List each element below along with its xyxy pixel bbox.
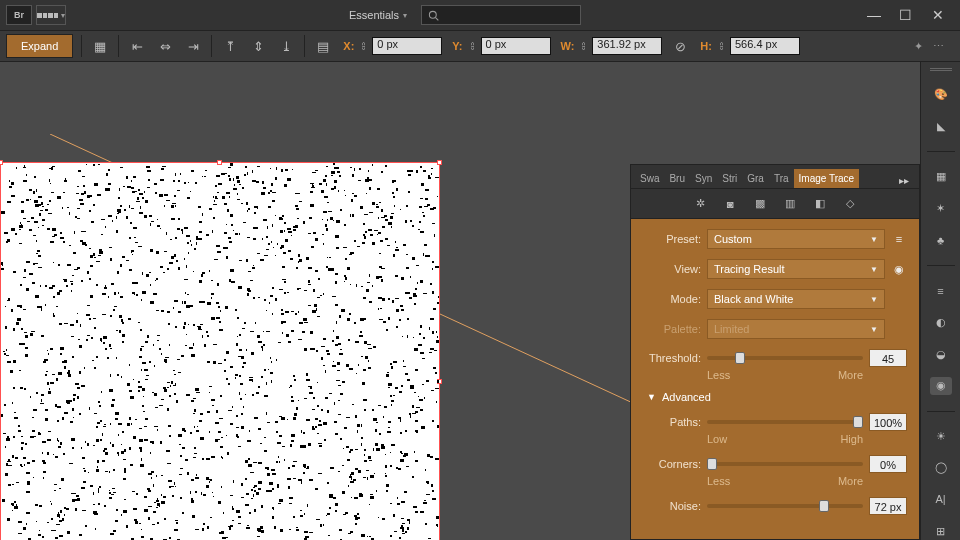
preset-menu-icon[interactable]: ≡ [891, 233, 907, 245]
preset-photo-icon[interactable]: ◙ [721, 195, 739, 213]
separator [211, 35, 212, 57]
mode-dropdown[interactable]: Black and White▼ [707, 289, 885, 309]
color-guide-icon[interactable]: ◣ [930, 118, 952, 136]
align-center-v-icon[interactable]: ⇕ [248, 36, 268, 56]
link-icon[interactable]: ⩉ [358, 39, 370, 53]
transform-panel-icon[interactable]: ⊞ [930, 522, 952, 540]
panel-tabstrip: Swa Bru Syn Stri Gra Tra Image Trace ▸▸ [631, 165, 919, 189]
align-panel-icon[interactable]: A| [930, 491, 952, 509]
appearance-panel-icon[interactable]: ☀ [930, 427, 952, 445]
transparency-panel-icon[interactable]: ◒ [930, 345, 952, 363]
chevron-down-icon: ▾ [403, 11, 407, 20]
tab-stroke[interactable]: Stri [717, 169, 742, 188]
artboard-selection[interactable] [0, 162, 440, 540]
preset-lowcolor-icon[interactable]: ▩ [751, 195, 769, 213]
workspace-switcher[interactable]: Essentials ▾ [343, 5, 413, 25]
chevron-down-icon: ▼ [870, 235, 878, 244]
paths-value[interactable]: 100% [869, 413, 907, 431]
slider-thumb[interactable] [735, 352, 745, 364]
separator [927, 265, 955, 266]
threshold-value[interactable]: 45 [869, 349, 907, 367]
separator [81, 35, 82, 57]
mode-label: Mode: [643, 293, 701, 305]
maximize-button[interactable]: ☐ [890, 4, 922, 26]
noise-label: Noise: [643, 500, 701, 512]
palette-dropdown: Limited▼ [707, 319, 885, 339]
low-label: Low [707, 433, 727, 445]
align-center-h-icon[interactable]: ⇔ [155, 36, 175, 56]
menu-icon[interactable]: ⋯ [933, 40, 944, 53]
less-label: Less [707, 475, 730, 487]
paths-label: Paths: [643, 416, 701, 428]
slider-thumb[interactable] [819, 500, 829, 512]
right-dock: 🎨 ◣ ▦ ✶ ♣ ≡ ◐ ◒ ◉ ☀ ◯ A| ⊞ [920, 62, 960, 540]
more-label: More [838, 369, 863, 381]
preset-icon-row: ✲ ◙ ▩ ▥ ◧ ◇ [631, 189, 919, 219]
preset-auto-icon[interactable]: ✲ [691, 195, 709, 213]
image-trace-panel: Swa Bru Syn Stri Gra Tra Image Trace ▸▸ … [630, 164, 920, 540]
threshold-label: Threshold: [643, 352, 701, 364]
align-right-icon[interactable]: ⇥ [183, 36, 203, 56]
tab-gradient[interactable]: Gra [742, 169, 769, 188]
advanced-toggle[interactable]: ▼Advanced [647, 391, 907, 403]
symbols-panel-icon[interactable]: ♣ [930, 231, 952, 249]
tab-image-trace[interactable]: Image Trace [794, 169, 860, 188]
constrain-icon[interactable]: ⊘ [670, 36, 690, 56]
transform-icon[interactable]: ✦ [914, 40, 923, 53]
reference-point-icon[interactable]: ▦ [90, 36, 110, 56]
dock-gripper[interactable] [930, 68, 952, 71]
link-icon[interactable]: ⩉ [467, 39, 479, 53]
preset-outline-icon[interactable]: ◇ [841, 195, 859, 213]
y-input[interactable]: 0 px [481, 37, 551, 55]
slider-thumb[interactable] [853, 416, 863, 428]
noise-value[interactable]: 72 px [869, 497, 907, 515]
tab-transparency[interactable]: Tra [769, 169, 794, 188]
image-trace-panel-icon[interactable]: ◉ [930, 377, 952, 395]
threshold-slider[interactable] [707, 356, 863, 360]
distribute-icon[interactable]: ▤ [313, 36, 333, 56]
brushes-panel-icon[interactable]: ✶ [930, 200, 952, 218]
preset-label: Preset: [643, 233, 701, 245]
h-input[interactable]: 566.4 px [730, 37, 800, 55]
traced-image [1, 163, 439, 540]
noise-slider[interactable] [707, 504, 863, 508]
corners-slider[interactable] [707, 462, 863, 466]
chevron-down-icon: ▼ [870, 325, 878, 334]
separator [118, 35, 119, 57]
paths-slider[interactable] [707, 420, 863, 424]
expand-button[interactable]: Expand [6, 34, 73, 58]
chevron-down-icon: ▼ [870, 265, 878, 274]
preset-dropdown[interactable]: Custom▼ [707, 229, 885, 249]
minimize-button[interactable]: — [858, 4, 890, 26]
link-icon[interactable]: ⩉ [578, 39, 590, 53]
graphic-styles-icon[interactable]: ◯ [930, 459, 952, 477]
tab-brushes[interactable]: Bru [664, 169, 690, 188]
arrange-documents-button[interactable]: ▾ [36, 5, 66, 25]
align-bottom-icon[interactable]: ⤓ [276, 36, 296, 56]
stroke-panel-icon[interactable]: ≡ [930, 282, 952, 300]
gradient-panel-icon[interactable]: ◐ [930, 314, 952, 332]
eye-icon[interactable]: ◉ [891, 263, 907, 276]
separator [927, 151, 955, 152]
h-label: H: [698, 40, 714, 52]
view-dropdown[interactable]: Tracing Result▼ [707, 259, 885, 279]
search-icon [428, 10, 439, 21]
color-panel-icon[interactable]: 🎨 [930, 86, 952, 104]
slider-thumb[interactable] [707, 458, 717, 470]
preset-gray-icon[interactable]: ▥ [781, 195, 799, 213]
close-button[interactable]: ✕ [922, 4, 954, 26]
panel-expand-icon[interactable]: ▸▸ [893, 173, 915, 188]
preset-bw-icon[interactable]: ◧ [811, 195, 829, 213]
bridge-button[interactable]: Br [6, 5, 32, 25]
search-input[interactable] [421, 5, 581, 25]
align-top-icon[interactable]: ⤒ [220, 36, 240, 56]
tab-symbols[interactable]: Syn [690, 169, 717, 188]
corners-value[interactable]: 0% [869, 455, 907, 473]
x-input[interactable]: 0 px [372, 37, 442, 55]
corners-label: Corners: [643, 458, 701, 470]
swatches-panel-icon[interactable]: ▦ [930, 168, 952, 186]
align-left-icon[interactable]: ⇤ [127, 36, 147, 56]
link-icon[interactable]: ⩉ [716, 39, 728, 53]
tab-swatches[interactable]: Swa [635, 169, 664, 188]
w-input[interactable]: 361.92 px [592, 37, 662, 55]
